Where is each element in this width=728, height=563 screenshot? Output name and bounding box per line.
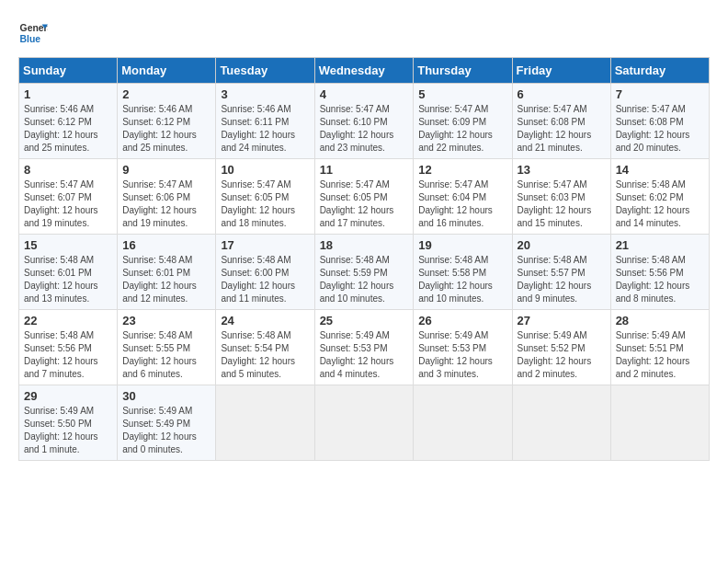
day-info: Sunrise: 5:47 AM Sunset: 6:08 PM Dayligh…: [616, 103, 704, 155]
day-number: 25: [320, 314, 409, 327]
calendar-cell: 23Sunrise: 5:48 AM Sunset: 5:55 PM Dayli…: [118, 310, 216, 385]
day-number: 21: [616, 238, 704, 252]
day-number: 1: [24, 87, 112, 101]
day-number: 19: [418, 238, 506, 252]
day-info: Sunrise: 5:48 AM Sunset: 5:56 PM Dayligh…: [24, 329, 112, 381]
day-info: Sunrise: 5:46 AM Sunset: 6:12 PM Dayligh…: [24, 103, 112, 155]
calendar-cell: 8Sunrise: 5:47 AM Sunset: 6:07 PM Daylig…: [19, 159, 118, 235]
calendar-cell: 28Sunrise: 5:49 AM Sunset: 5:51 PM Dayli…: [610, 310, 709, 385]
day-number: 12: [418, 163, 506, 177]
day-header-tuesday: Tuesday: [216, 58, 314, 84]
calendar-cell: [216, 385, 314, 461]
day-info: Sunrise: 5:49 AM Sunset: 5:49 PM Dayligh…: [122, 405, 210, 456]
calendar-cell: 20Sunrise: 5:48 AM Sunset: 5:57 PM Dayli…: [512, 235, 610, 310]
calendar-cell: 14Sunrise: 5:48 AM Sunset: 6:02 PM Dayli…: [610, 159, 709, 235]
calendar-cell: 18Sunrise: 5:48 AM Sunset: 5:59 PM Dayli…: [314, 235, 414, 310]
svg-text:Blue: Blue: [20, 34, 41, 44]
day-header-wednesday: Wednesday: [314, 58, 414, 84]
calendar-cell: 26Sunrise: 5:49 AM Sunset: 5:53 PM Dayli…: [414, 310, 512, 385]
calendar-cell: 29Sunrise: 5:49 AM Sunset: 5:50 PM Dayli…: [19, 385, 118, 461]
day-number: 16: [122, 238, 210, 252]
day-number: 22: [24, 314, 112, 327]
day-info: Sunrise: 5:49 AM Sunset: 5:50 PM Dayligh…: [24, 405, 112, 456]
day-info: Sunrise: 5:47 AM Sunset: 6:06 PM Dayligh…: [122, 178, 210, 230]
calendar-cell: 6Sunrise: 5:47 AM Sunset: 6:08 PM Daylig…: [512, 84, 610, 159]
calendar-body: 1Sunrise: 5:46 AM Sunset: 6:12 PM Daylig…: [19, 84, 710, 461]
day-info: Sunrise: 5:47 AM Sunset: 6:07 PM Dayligh…: [24, 178, 112, 230]
day-info: Sunrise: 5:47 AM Sunset: 6:04 PM Dayligh…: [418, 178, 506, 230]
day-number: 28: [616, 314, 704, 327]
day-info: Sunrise: 5:49 AM Sunset: 5:53 PM Dayligh…: [418, 329, 506, 381]
calendar-week-2: 8Sunrise: 5:47 AM Sunset: 6:07 PM Daylig…: [19, 159, 710, 235]
calendar-cell: 13Sunrise: 5:47 AM Sunset: 6:03 PM Dayli…: [512, 159, 610, 235]
day-info: Sunrise: 5:48 AM Sunset: 5:54 PM Dayligh…: [221, 329, 309, 381]
day-number: 10: [221, 163, 309, 177]
calendar-cell: 16Sunrise: 5:48 AM Sunset: 6:01 PM Dayli…: [118, 235, 216, 310]
calendar-cell: 15Sunrise: 5:48 AM Sunset: 6:01 PM Dayli…: [19, 235, 118, 310]
day-info: Sunrise: 5:47 AM Sunset: 6:08 PM Dayligh…: [518, 103, 606, 155]
day-header-monday: Monday: [118, 58, 216, 84]
calendar-cell: 5Sunrise: 5:47 AM Sunset: 6:09 PM Daylig…: [414, 84, 512, 159]
day-number: 2: [122, 87, 210, 101]
calendar-cell: 19Sunrise: 5:48 AM Sunset: 5:58 PM Dayli…: [414, 235, 512, 310]
calendar-cell: 27Sunrise: 5:49 AM Sunset: 5:52 PM Dayli…: [512, 310, 610, 385]
calendar-week-4: 22Sunrise: 5:48 AM Sunset: 5:56 PM Dayli…: [19, 310, 710, 385]
day-info: Sunrise: 5:49 AM Sunset: 5:52 PM Dayligh…: [518, 329, 606, 381]
day-info: Sunrise: 5:49 AM Sunset: 5:53 PM Dayligh…: [320, 329, 409, 381]
day-info: Sunrise: 5:48 AM Sunset: 6:00 PM Dayligh…: [221, 254, 309, 305]
day-number: 20: [518, 238, 606, 252]
day-info: Sunrise: 5:46 AM Sunset: 6:12 PM Dayligh…: [122, 103, 210, 155]
calendar-table: SundayMondayTuesdayWednesdayThursdayFrid…: [18, 57, 710, 461]
calendar-week-1: 1Sunrise: 5:46 AM Sunset: 6:12 PM Daylig…: [19, 84, 710, 159]
calendar-cell: 17Sunrise: 5:48 AM Sunset: 6:00 PM Dayli…: [216, 235, 314, 310]
day-number: 24: [221, 314, 309, 327]
calendar-week-3: 15Sunrise: 5:48 AM Sunset: 6:01 PM Dayli…: [19, 235, 710, 310]
day-info: Sunrise: 5:48 AM Sunset: 5:58 PM Dayligh…: [418, 254, 506, 305]
calendar-cell: 30Sunrise: 5:49 AM Sunset: 5:49 PM Dayli…: [118, 385, 216, 461]
calendar-cell: 12Sunrise: 5:47 AM Sunset: 6:04 PM Dayli…: [414, 159, 512, 235]
day-number: 6: [518, 87, 606, 101]
day-info: Sunrise: 5:48 AM Sunset: 5:57 PM Dayligh…: [518, 254, 606, 305]
day-info: Sunrise: 5:48 AM Sunset: 6:02 PM Dayligh…: [616, 178, 704, 230]
calendar-cell: 22Sunrise: 5:48 AM Sunset: 5:56 PM Dayli…: [19, 310, 118, 385]
day-info: Sunrise: 5:48 AM Sunset: 6:01 PM Dayligh…: [122, 254, 210, 305]
calendar-cell: 4Sunrise: 5:47 AM Sunset: 6:10 PM Daylig…: [314, 84, 414, 159]
calendar-cell: [414, 385, 512, 461]
calendar-cell: 7Sunrise: 5:47 AM Sunset: 6:08 PM Daylig…: [610, 84, 709, 159]
calendar-header-row: SundayMondayTuesdayWednesdayThursdayFrid…: [19, 58, 710, 84]
calendar-cell: [314, 385, 414, 461]
day-number: 30: [122, 389, 210, 403]
logo: General Blue: [18, 18, 48, 48]
calendar-cell: 11Sunrise: 5:47 AM Sunset: 6:05 PM Dayli…: [314, 159, 414, 235]
day-info: Sunrise: 5:46 AM Sunset: 6:11 PM Dayligh…: [221, 103, 309, 155]
calendar-cell: 1Sunrise: 5:46 AM Sunset: 6:12 PM Daylig…: [19, 84, 118, 159]
calendar-cell: [512, 385, 610, 461]
day-number: 5: [418, 87, 506, 101]
calendar-week-5: 29Sunrise: 5:49 AM Sunset: 5:50 PM Dayli…: [19, 385, 710, 461]
day-header-sunday: Sunday: [19, 58, 118, 84]
day-number: 26: [418, 314, 506, 327]
day-number: 15: [24, 238, 112, 252]
day-info: Sunrise: 5:48 AM Sunset: 5:59 PM Dayligh…: [320, 254, 409, 305]
calendar-cell: 9Sunrise: 5:47 AM Sunset: 6:06 PM Daylig…: [118, 159, 216, 235]
day-number: 27: [518, 314, 606, 327]
day-header-friday: Friday: [512, 58, 610, 84]
day-number: 8: [24, 163, 112, 177]
logo-icon: General Blue: [18, 18, 48, 48]
day-number: 9: [122, 163, 210, 177]
day-number: 23: [122, 314, 210, 327]
day-number: 17: [221, 238, 309, 252]
calendar-cell: 24Sunrise: 5:48 AM Sunset: 5:54 PM Dayli…: [216, 310, 314, 385]
day-info: Sunrise: 5:48 AM Sunset: 5:55 PM Dayligh…: [122, 329, 210, 381]
day-info: Sunrise: 5:47 AM Sunset: 6:09 PM Dayligh…: [418, 103, 506, 155]
day-number: 18: [320, 238, 409, 252]
day-number: 14: [616, 163, 704, 177]
day-number: 4: [320, 87, 409, 101]
day-info: Sunrise: 5:47 AM Sunset: 6:03 PM Dayligh…: [518, 178, 606, 230]
day-number: 11: [320, 163, 409, 177]
day-info: Sunrise: 5:47 AM Sunset: 6:05 PM Dayligh…: [221, 178, 309, 230]
day-info: Sunrise: 5:47 AM Sunset: 6:10 PM Dayligh…: [320, 103, 409, 155]
day-info: Sunrise: 5:48 AM Sunset: 6:01 PM Dayligh…: [24, 254, 112, 305]
day-info: Sunrise: 5:49 AM Sunset: 5:51 PM Dayligh…: [616, 329, 704, 381]
calendar-cell: 25Sunrise: 5:49 AM Sunset: 5:53 PM Dayli…: [314, 310, 414, 385]
